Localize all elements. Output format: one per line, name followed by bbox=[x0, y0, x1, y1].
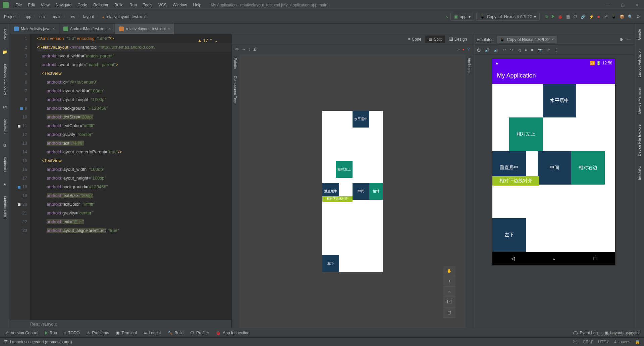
minimize-button[interactable]: — bbox=[603, 3, 613, 7]
close-icon[interactable]: × bbox=[552, 37, 554, 42]
tab-main-activity[interactable]: MainActivity.java × bbox=[10, 23, 59, 34]
sidebar-layout-validation[interactable]: Layout Validation bbox=[637, 47, 641, 80]
view-mode-code[interactable]: ≡ Code bbox=[405, 36, 425, 43]
palette-tab[interactable]: Palette bbox=[233, 54, 238, 72]
emu-box-reltopleft[interactable]: 相对左上 bbox=[509, 117, 543, 151]
view-mode-design[interactable]: 🖼 Design bbox=[446, 36, 470, 43]
menu-build[interactable]: Build bbox=[112, 1, 126, 9]
rotate-right-icon[interactable]: ↷ bbox=[510, 48, 514, 52]
zoom-11-button[interactable]: 1:1 bbox=[443, 297, 455, 307]
menu-navigate[interactable]: Navigate bbox=[53, 1, 74, 9]
record-icon[interactable]: ⟳ bbox=[547, 48, 550, 52]
menu-run[interactable]: Run bbox=[127, 1, 140, 9]
chevron-down-icon[interactable]: ⌄ bbox=[214, 36, 218, 45]
attach-debugger-button[interactable]: 🔗 bbox=[581, 14, 586, 19]
gutter[interactable]: 1234 5678 910 1112 13141516 171819 20212… bbox=[10, 34, 30, 320]
avd-icon[interactable]: 📱 bbox=[611, 14, 616, 19]
emu-box-hcenter[interactable]: 水平居中 bbox=[543, 84, 576, 117]
tool-profiler[interactable]: ⏱ Profiler bbox=[190, 331, 209, 335]
run-button[interactable]: ↻ bbox=[545, 14, 548, 19]
menu-tools[interactable]: Tools bbox=[140, 1, 155, 9]
status-encoding[interactable]: UTF-8 bbox=[598, 340, 609, 344]
preview-box-reltopleft[interactable]: 相对左上 bbox=[336, 161, 353, 178]
code-editor[interactable]: ▲ 17 ⌃ ⌄ 1234 5678 910 1112 13141516 171… bbox=[10, 34, 231, 320]
breadcrumb-item[interactable]: main bbox=[53, 14, 61, 19]
view-mode-split[interactable]: ▦ Split bbox=[425, 36, 445, 43]
gear-icon[interactable]: ⚙ bbox=[620, 37, 623, 42]
sidebar-project[interactable]: Project bbox=[3, 26, 7, 43]
zoom-fit-button[interactable]: ▢ bbox=[443, 307, 455, 318]
design-canvas[interactable]: 水平居中 相对左上 垂直居中 中间 相对 相对下边线对齐 左下 ✋ + − bbox=[239, 54, 466, 328]
coverage-button[interactable]: ▦ bbox=[566, 14, 570, 19]
menu-view[interactable]: View bbox=[38, 1, 52, 9]
preview-box-relright[interactable]: 相对 bbox=[369, 183, 383, 200]
menu-vcs[interactable]: VCS bbox=[156, 1, 169, 9]
menu-code[interactable]: Code bbox=[75, 1, 90, 9]
power-icon[interactable]: ⏻ bbox=[477, 48, 481, 52]
editor-breadcrumb[interactable]: RelativeLayout bbox=[10, 320, 231, 328]
tool-terminal[interactable]: ▣ Terminal bbox=[116, 331, 137, 335]
zoom-in-button[interactable]: + bbox=[443, 276, 455, 287]
status-caret-pos[interactable]: 2:1 bbox=[573, 340, 578, 344]
preview-box-bottomleft[interactable]: 左下 bbox=[322, 255, 339, 272]
overview-icon[interactable]: ■ bbox=[531, 48, 533, 52]
tool-todo[interactable]: ≡ TODO bbox=[64, 331, 79, 335]
search-icon[interactable]: 🔍 bbox=[628, 14, 633, 19]
pan-icon[interactable]: ✋ bbox=[443, 266, 455, 276]
nav-back-icon[interactable]: ◁ bbox=[511, 256, 515, 261]
preview-box-center[interactable]: 中间 bbox=[353, 183, 369, 200]
status-eol[interactable]: CRLF bbox=[583, 340, 593, 344]
tool-version-control[interactable]: ⎇ Version Control bbox=[4, 331, 38, 335]
apply-changes-button[interactable]: ⚡ bbox=[589, 14, 594, 19]
debug-button[interactable]: 🐞 bbox=[558, 14, 563, 19]
sidebar-favorites[interactable]: Favorites bbox=[3, 154, 7, 175]
chevron-icon[interactable]: » bbox=[457, 47, 460, 52]
tool-build[interactable]: 🔨 Build bbox=[168, 331, 184, 335]
layout-preview[interactable]: 水平居中 相对左上 垂直居中 中间 相对 相对下边线对齐 左下 bbox=[322, 111, 383, 272]
arrow-left-icon[interactable]: ↔ bbox=[242, 47, 246, 52]
close-icon[interactable]: × bbox=[168, 27, 170, 31]
screenshot-icon[interactable]: 📷 bbox=[538, 48, 543, 52]
run-config-app[interactable]: ▣app▾ bbox=[450, 13, 474, 21]
tool-logcat[interactable]: ≣ Logcat bbox=[144, 331, 161, 335]
emulator-tab[interactable]: 📱 Copy of Nexus 4 API 22 × bbox=[497, 36, 556, 43]
status-indent[interactable]: 4 spaces bbox=[614, 340, 630, 344]
menu-help[interactable]: Help bbox=[190, 1, 204, 9]
breadcrumb-item[interactable]: app bbox=[24, 14, 31, 19]
sidebar-structure[interactable]: Structure bbox=[3, 116, 7, 137]
error-icon[interactable]: ● bbox=[462, 47, 465, 52]
minimize-icon[interactable]: — bbox=[627, 37, 631, 42]
maximize-button[interactable]: ▢ bbox=[618, 3, 627, 7]
tool-problems[interactable]: ⚠ Problems bbox=[87, 331, 109, 335]
settings-icon[interactable]: ⚙ bbox=[636, 14, 640, 19]
preview-box-relbottomalign[interactable]: 相对下边线对齐 bbox=[322, 196, 353, 202]
component-tree-tab[interactable]: Component Tree bbox=[233, 72, 238, 107]
sidebar-emulator[interactable]: Emulator bbox=[637, 163, 641, 183]
run-config-device[interactable]: 📱Copy_of_Nexus 4 API 22▾ bbox=[476, 13, 540, 21]
breadcrumb-item[interactable]: relativelayout_test.xml bbox=[106, 14, 146, 19]
rotate-left-icon[interactable]: ↶ bbox=[503, 48, 506, 52]
sidebar-device-manager[interactable]: Device Manager bbox=[637, 84, 641, 116]
menu-edit[interactable]: Edit bbox=[25, 1, 38, 9]
tool-run[interactable]: Run bbox=[45, 331, 57, 335]
status-icon[interactable]: ☰ bbox=[4, 340, 8, 344]
tab-relativelayout[interactable]: relativelayout_test.xml × bbox=[115, 23, 174, 34]
emu-box-bottomleft[interactable]: 左下 bbox=[492, 218, 526, 252]
preview-box-hcenter[interactable]: 水平居中 bbox=[353, 111, 369, 128]
breadcrumb-item[interactable]: Project bbox=[4, 14, 16, 19]
close-icon[interactable]: × bbox=[108, 27, 111, 31]
git-icon[interactable]: ⎇ bbox=[603, 14, 608, 19]
help-icon[interactable]: ? bbox=[467, 47, 470, 52]
chevron-up-icon[interactable]: ⌃ bbox=[209, 36, 213, 45]
arrow-down-icon[interactable]: ↕ bbox=[249, 47, 251, 52]
warnings-badge[interactable]: ▲ 17 ⌃ ⌄ bbox=[198, 36, 218, 45]
emulator-device[interactable]: ▲ 📶 🔋 12:58 My Application 水平居中 相对左上 垂直居… bbox=[492, 58, 616, 266]
sidebar-device-file-explorer[interactable]: Device File Explorer bbox=[637, 120, 641, 159]
breadcrumb-item[interactable]: res bbox=[69, 14, 75, 19]
breadcrumb-item[interactable]: layout bbox=[83, 14, 94, 19]
close-button[interactable]: ✕ bbox=[633, 3, 641, 7]
status-lock-icon[interactable]: 🔒 bbox=[635, 340, 640, 344]
sync-icon[interactable]: ↘ bbox=[445, 14, 448, 19]
tool-app-inspection[interactable]: 🐞 App Inspection bbox=[216, 331, 249, 335]
emu-box-relbottomalign[interactable]: 相对下边线对齐 bbox=[492, 176, 539, 186]
